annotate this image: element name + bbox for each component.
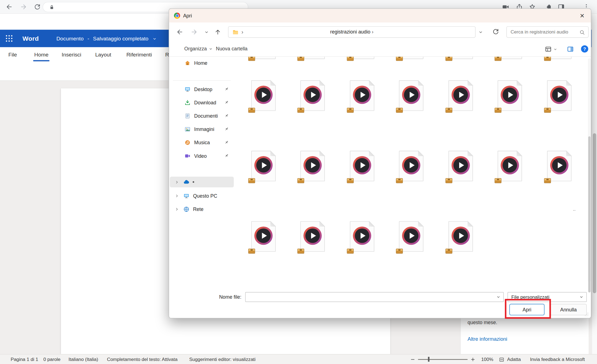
help-button[interactable] <box>581 45 588 53</box>
more-info-link[interactable]: Altre informazioni <box>467 336 507 342</box>
audio-file-item[interactable] <box>448 57 473 59</box>
organize-menu[interactable]: Organizza <box>184 46 213 51</box>
status-editor-suggestions[interactable]: Suggerimenti editor: visualizzati <box>189 357 256 362</box>
browser-reload-icon[interactable] <box>33 3 41 11</box>
breadcrumb-folder[interactable]: registrazioni audio <box>228 29 475 35</box>
audio-file-item[interactable] <box>251 151 276 181</box>
audio-file-item[interactable] <box>251 221 276 252</box>
file-row <box>239 151 587 181</box>
audio-file-item[interactable] <box>547 80 571 111</box>
audio-file-item[interactable] <box>399 80 423 111</box>
sidebar-item-video[interactable]: Video <box>170 150 234 161</box>
close-button[interactable] <box>573 9 591 23</box>
filename-dropdown-chevron-icon[interactable] <box>496 295 501 300</box>
search-icon[interactable] <box>579 29 585 35</box>
file-type-badge-icon <box>495 57 502 61</box>
audio-file-item[interactable] <box>301 57 325 59</box>
zoom-slider-thumb[interactable] <box>428 357 430 362</box>
audio-file-item[interactable] <box>301 151 325 181</box>
fit-label[interactable]: Adatta <box>507 357 521 362</box>
sidebar-item-home[interactable]: Home <box>170 58 234 68</box>
status-text-completion[interactable]: Completamento del testo: Attivata <box>107 357 178 362</box>
sidebar-item-immagini[interactable]: Immagini <box>170 124 234 135</box>
sidebar-item-rete[interactable]: Rete <box>170 204 234 215</box>
address-dropdown-chevron-icon[interactable] <box>478 30 483 35</box>
filename-input[interactable] <box>245 292 504 302</box>
ribbon-tab-file[interactable]: File <box>8 51 17 58</box>
audio-file-item[interactable] <box>301 80 325 111</box>
expand-chevron-icon[interactable] <box>174 206 179 211</box>
nav-forward-icon[interactable] <box>190 28 198 36</box>
feedback-link[interactable]: Invia feedback a Microsoft <box>530 357 585 362</box>
recent-locations-chevron-icon[interactable] <box>204 30 209 35</box>
audio-file-item[interactable] <box>547 57 571 59</box>
sidebar-item-label: Home <box>194 60 208 66</box>
audio-file-item[interactable] <box>350 57 374 59</box>
sidebar-item-documenti[interactable]: Documenti <box>170 110 234 121</box>
audio-file-item[interactable] <box>251 57 276 59</box>
sidebar-item-desktop[interactable]: Desktop <box>170 84 234 95</box>
browser-forward-icon[interactable] <box>20 3 28 11</box>
search-box[interactable]: Cerca in registrazioni audio <box>506 26 589 38</box>
fit-width-icon[interactable] <box>499 357 505 363</box>
sidebar-item-download[interactable]: Download <box>170 97 234 108</box>
dialog-titlebar[interactable]: Apri <box>169 9 591 23</box>
audio-file-item[interactable] <box>448 80 473 111</box>
expand-chevron-icon[interactable] <box>174 193 179 198</box>
audio-file-item[interactable] <box>399 151 423 181</box>
nav-up-icon[interactable] <box>214 28 222 36</box>
expand-chevron-icon[interactable] <box>174 180 179 185</box>
audio-file-item[interactable] <box>350 151 374 181</box>
audio-file-item[interactable] <box>301 221 325 252</box>
ribbon-tab-inserisci[interactable]: Inserisci <box>62 51 81 58</box>
play-triangle-icon <box>508 92 513 98</box>
document-name[interactable]: Documento <box>56 35 84 42</box>
zoom-in-button[interactable] <box>470 357 476 363</box>
word-brand[interactable]: Word <box>22 35 39 42</box>
save-status-chevron-icon[interactable] <box>152 37 157 41</box>
zoom-slider[interactable] <box>418 359 467 360</box>
audio-file-item[interactable] <box>448 151 473 181</box>
status-word-count[interactable]: 0 parole <box>43 357 61 362</box>
audio-file-item[interactable] <box>399 57 423 59</box>
sidebar-item-musica[interactable]: Musica <box>170 137 234 148</box>
sidebar-item-questo-pc[interactable]: Questo PC <box>170 190 234 201</box>
ribbon-tab-home[interactable]: Home <box>34 51 48 58</box>
page-scrollbar[interactable] <box>592 14 597 354</box>
breadcrumb[interactable]: registrazioni audio <box>228 26 475 38</box>
audio-file-item[interactable] <box>498 151 522 181</box>
new-folder-button[interactable]: Nuova cartella <box>216 46 247 51</box>
file-type-badge-icon <box>347 108 354 113</box>
audio-file-item[interactable] <box>251 80 276 111</box>
change-view-button[interactable] <box>544 45 552 53</box>
scrollbar-thumb[interactable] <box>588 136 590 292</box>
ribbon-tab-riferimenti[interactable]: Riferimenti <box>126 51 152 58</box>
status-page-count[interactable]: Pagina 1 di 1 <box>11 357 38 362</box>
audio-file-item[interactable] <box>498 80 522 111</box>
nav-back-icon[interactable] <box>176 28 184 36</box>
file-list-scrollbar[interactable] <box>588 58 591 282</box>
preview-pane-button[interactable] <box>567 45 574 53</box>
audio-file-item[interactable] <box>448 221 473 252</box>
refresh-icon[interactable] <box>492 28 500 35</box>
view-options-chevron-icon[interactable] <box>553 47 557 51</box>
cancel-button[interactable]: Annulla <box>550 304 587 315</box>
document-title[interactable]: Documento - Salvataggio completato <box>56 35 157 42</box>
audio-file-item[interactable] <box>350 221 374 252</box>
status-language[interactable]: Italiano (Italia) <box>69 357 98 362</box>
audio-file-item[interactable] <box>547 151 571 181</box>
browser-back-icon[interactable] <box>5 3 13 11</box>
ribbon-tab-layout[interactable]: Layout <box>95 51 111 58</box>
audio-file-item[interactable] <box>350 80 374 111</box>
screen: Word Documento - Salvataggio completato … <box>0 0 597 364</box>
app-launcher-icon[interactable] <box>5 34 13 43</box>
save-status[interactable]: Salvataggio completato <box>93 35 148 42</box>
zoom-out-button[interactable] <box>410 357 416 363</box>
audio-file-item[interactable] <box>399 221 423 252</box>
page-scrollbar-thumb[interactable] <box>593 133 596 293</box>
zoom-level[interactable]: 100% <box>481 357 493 362</box>
sidebar-item-onedrive[interactable] <box>170 177 234 187</box>
resize-grip-icon[interactable] <box>584 311 589 317</box>
audio-file-item[interactable] <box>498 57 522 59</box>
play-triangle-icon <box>410 92 415 98</box>
